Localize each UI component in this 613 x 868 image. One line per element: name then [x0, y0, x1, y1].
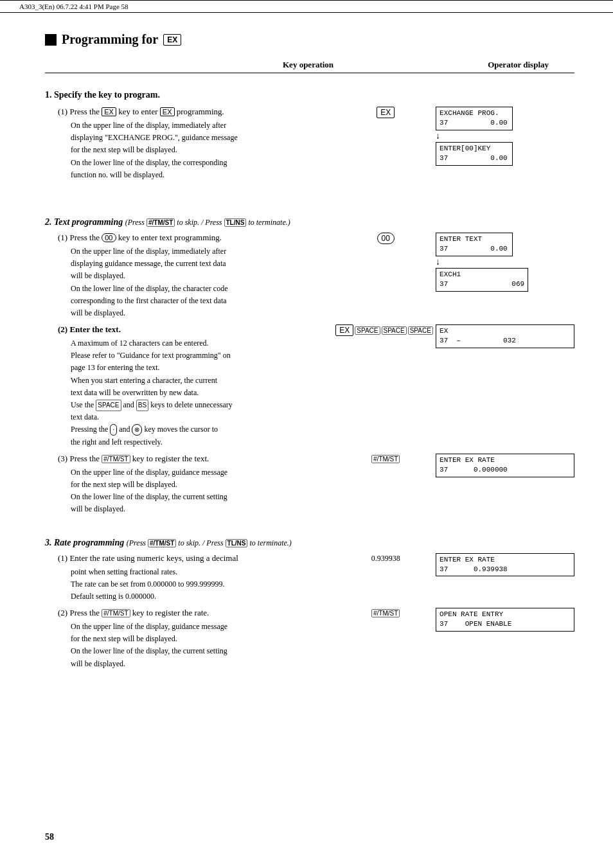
s2-s1-display-group: ENTER TEXT 37 0.00 ↓ EXCH1 37 069 — [436, 233, 574, 292]
ex-space-keys: EX SPACE SPACE SPACE — [335, 324, 436, 336]
section2-step2-body: A maximum of 12 characters can be entere… — [71, 337, 335, 448]
section2-step2-instructions: (2) Enter the text. A maximum of 12 char… — [45, 324, 335, 454]
s3-s2-l1: (2) Press the — [58, 608, 102, 617]
s1-key2: EX — [160, 107, 175, 116]
section2-step1-key: 00 — [335, 233, 436, 324]
s3-s1-b3: Default setting is 0.000000. — [71, 590, 335, 603]
s2-s3-b3: On the lower line of the display, the cu… — [71, 491, 335, 503]
s2-s3-l2: key to register the text. — [130, 454, 209, 463]
spacer1 — [45, 200, 574, 211]
s1-label2: key to enter — [118, 107, 157, 116]
space-key3: SPACE — [408, 326, 433, 335]
section1-step1-display: EXCHANGE PROG. 37 0.00 ↓ ENTER[00]KEY 37… — [436, 107, 574, 200]
space-key-s2: SPACE — [96, 400, 121, 411]
s3-s1-b2: The rate can be set from 0.000000 to 999… — [71, 578, 335, 590]
s2-s3-b2: for the next step will be displayed. — [71, 479, 335, 491]
s2-display1b: EXCH1 37 069 — [436, 268, 528, 292]
heading-key: EX — [163, 34, 181, 46]
section2-title-bold: 2. Text programming — [45, 217, 125, 227]
cursor-right-key: · — [110, 424, 117, 436]
section1-step1-label: (1) Press the EX key to enter EX program… — [58, 107, 335, 117]
column-headers: Key operation Operator display — [45, 60, 574, 73]
s1-key-group: EX — [335, 107, 436, 118]
section2-title-italic: 2. Text programming — [45, 217, 123, 227]
s2-s2-b6: Use the SPACE and BS keys to delete unne… — [71, 399, 335, 411]
section2-step3-key: #/TM/ST — [335, 454, 436, 521]
section3-paren-pre: (Press — [127, 538, 148, 547]
section1-title: 1. Specify the key to program. — [45, 90, 335, 100]
s2-arrow1: ↓ — [436, 258, 440, 267]
s1-body-line2: displaying "EXCHANGE PROG.", guidance me… — [71, 132, 335, 144]
section3-step1-key: 0.939938 — [335, 553, 436, 608]
section2-step2-row: (2) Enter the text. A maximum of 12 char… — [45, 324, 574, 454]
s2-s2-bold: (2) Enter the text. — [58, 324, 121, 334]
s2-display3: ENTER EX RATE 37 0.000000 — [436, 454, 574, 477]
s3-skip-text: to skip. / Press — [176, 538, 225, 547]
section2-heading-row: 2. Text programming (Press #/TM/ST to sk… — [45, 211, 574, 233]
space-key2: SPACE — [382, 326, 407, 335]
s3-display1: ENTER EX RATE 37 0.939938 — [436, 553, 574, 577]
section2-step3-display: ENTER EX RATE 37 0.000000 — [436, 454, 574, 521]
section3-step1-label: (1) Enter the rate using numeric keys, u… — [58, 553, 335, 563]
section3-step2-row: (2) Press the #/TM/ST key to register th… — [45, 608, 574, 675]
col-header-key-operation: Key operation — [283, 60, 333, 70]
s2-s2-b9: the right and left respectively. — [71, 436, 335, 448]
section1-step1-body: On the upper line of the display, immedi… — [71, 120, 335, 181]
s1-body-line3: for the next step will be displayed. — [71, 144, 335, 156]
s2-s1-key: 00 — [102, 233, 116, 242]
section3-step2-body: On the upper line of the display, guidan… — [71, 621, 335, 670]
spacer2 — [45, 521, 574, 531]
s1-label1: (1) Press the — [58, 107, 100, 116]
s2-s3-b1: On the upper line of the display, guidan… — [71, 466, 335, 479]
s1-display-group: EXCHANGE PROG. 37 0.00 ↓ ENTER[00]KEY 37… — [436, 107, 574, 166]
s2-s2-b4: When you start entering a character, the… — [71, 375, 335, 387]
section2-step3-row: (3) Press the #/TM/ST key to register th… — [45, 454, 574, 521]
s3-terminate-text: to terminate.) — [247, 538, 291, 547]
heading-square-icon — [45, 34, 57, 46]
ex-key-s1: EX — [377, 107, 395, 118]
section3-step1-row: (1) Enter the rate using numeric keys, u… — [45, 553, 574, 608]
top-bar: A303_3(En) 06.7.22 4:41 PM Page 58 — [0, 0, 613, 13]
section2-step1-display: ENTER TEXT 37 0.00 ↓ EXCH1 37 069 — [436, 233, 574, 324]
section1-step1-row: (1) Press the EX key to enter EX program… — [45, 107, 574, 200]
section3-title: 3. Rate programming (Press #/TM/ST to sk… — [45, 538, 574, 548]
section2-step2-key: EX SPACE SPACE SPACE — [335, 324, 436, 454]
s3-s2-b4: will be displayed. — [71, 658, 335, 670]
section3-title-bold: 3. Rate programming — [45, 538, 127, 547]
s2-s1-b3: will be displayed. — [71, 270, 335, 282]
section3-title-italic: 3. Rate programming — [45, 538, 124, 547]
section2-step3-body: On the upper line of the display, guidan… — [71, 466, 335, 516]
section2-step2-display: EX 37 – 032 — [436, 324, 574, 454]
page-heading: Programming for EX — [45, 32, 574, 47]
s2-skip-text: to skip. / Press — [175, 218, 224, 227]
section1-step1-instructions: (1) Press the EX key to enter EX program… — [45, 107, 335, 200]
s2-s2-b7: text data. — [71, 411, 335, 423]
s2-terminate-text: to terminate.) — [246, 218, 290, 227]
s1-body-line1: On the upper line of the display, immedi… — [71, 120, 335, 132]
s3-key-tlns-title: TL/NS — [226, 539, 248, 547]
s2-s3-key: #/TM/ST — [102, 455, 130, 463]
cursor-left-key: ⊗ — [132, 424, 142, 436]
section2-step1-label: (1) Press the 00 key to enter text progr… — [58, 233, 335, 243]
s2-s1-b6: will be displayed. — [71, 307, 335, 319]
space-key1: SPACE — [355, 326, 380, 335]
content-table: 1. Specify the key to program. (1) Press… — [45, 84, 574, 675]
s1-body-line5: function no. will be displayed. — [71, 169, 335, 181]
s3-key-value: 0.939938 — [371, 554, 400, 563]
section2-step3-instructions: (3) Press the #/TM/ST key to register th… — [45, 454, 335, 521]
s2-s3-l1: (3) Press the — [58, 454, 102, 463]
main-content: Programming for EX Key operation Operato… — [0, 13, 613, 701]
s2-s2-b5: text data will be overwritten by new dat… — [71, 387, 335, 399]
section3-step2-instructions: (2) Press the #/TM/ST key to register th… — [45, 608, 335, 675]
s2-s1-label1: (1) Press the — [58, 233, 102, 242]
s3-s1-b1: point when setting fractional rates. — [71, 566, 335, 578]
section1-heading-row: 1. Specify the key to program. — [45, 84, 574, 107]
s3-s2-b3: On the lower line of the display, the cu… — [71, 645, 335, 657]
section3-step1-body: point when setting fractional rates. The… — [71, 566, 335, 603]
s3-s2-key-display: #/TM/ST — [371, 609, 400, 617]
section2-title: 2. Text programming (Press #/TM/ST to sk… — [45, 217, 574, 227]
section2-step2-label: (2) Enter the text. — [58, 324, 335, 335]
s1-key1: EX — [102, 107, 116, 116]
top-bar-text: A303_3(En) 06.7.22 4:41 PM Page 58 — [19, 3, 129, 10]
s2-display1a: ENTER TEXT 37 0.00 — [436, 233, 513, 256]
